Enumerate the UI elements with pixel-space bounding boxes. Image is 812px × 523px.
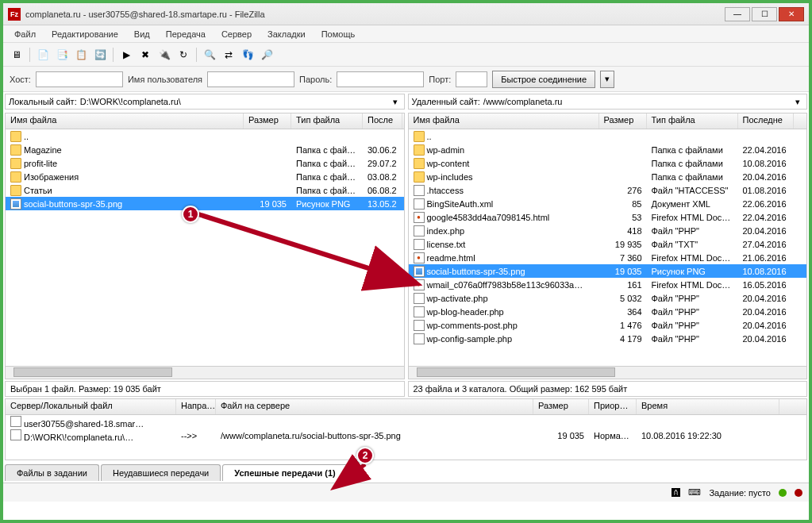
- menu-Вид[interactable]: Вид: [128, 28, 156, 40]
- column-header[interactable]: Размер: [599, 113, 647, 129]
- quickconnect-button[interactable]: Быстрое соединение: [492, 71, 595, 88]
- column-header[interactable]: Сервер/Локальный файл: [6, 399, 176, 414]
- refresh-icon[interactable]: 🔄: [91, 46, 109, 63]
- user-input[interactable]: [207, 71, 294, 87]
- queue-cell: 19 035: [533, 431, 589, 440]
- cell: Файл "PHP": [647, 307, 738, 317]
- file-row[interactable]: wp-adminПапка с файлами22.04.2016: [409, 143, 807, 156]
- quickconnect-dropdown[interactable]: ▾: [600, 71, 614, 88]
- file-row[interactable]: BingSiteAuth.xml85Документ XML22.06.2016: [409, 197, 807, 210]
- file-row[interactable]: profit-liteПапка с файл…29.07.2: [6, 156, 404, 170]
- cancel-icon[interactable]: ✖: [137, 46, 154, 63]
- maximize-button[interactable]: ☐: [752, 7, 777, 21]
- file-row[interactable]: wp-blog-header.php364Файл "PHP"20.04.201…: [409, 305, 807, 318]
- column-header[interactable]: Тип файла: [291, 113, 363, 129]
- column-header[interactable]: Размер: [533, 399, 589, 414]
- file-row[interactable]: wp-comments-post.php1 476Файл "PHP"20.04…: [409, 318, 807, 332]
- local-hscroll[interactable]: [6, 366, 404, 379]
- file-row[interactable]: ●google4583dd4aa7098145.html53Firefox HT…: [409, 210, 807, 224]
- local-list-header: Имя файлаРазмерТип файлаПосле: [6, 113, 404, 129]
- quickconnect-bar: Хост: Имя пользователя Пароль: Порт: Быс…: [3, 67, 809, 92]
- file-row[interactable]: index.php418Файл "PHP"20.04.2016: [409, 224, 807, 237]
- cell: 53: [599, 213, 647, 222]
- queue-cell: -->>: [176, 431, 216, 440]
- minimize-button[interactable]: —: [725, 7, 750, 21]
- menu-Файл[interactable]: Файл: [8, 28, 42, 40]
- menu-Помощь[interactable]: Помощь: [315, 28, 362, 40]
- toggle-tree-icon[interactable]: 📑: [53, 46, 71, 63]
- column-header[interactable]: Имя файла: [409, 113, 599, 129]
- file-name: wp-admin: [427, 145, 465, 155]
- cell: 06.08.2: [363, 186, 402, 195]
- menu-Сервер[interactable]: Сервер: [215, 28, 258, 40]
- column-header[interactable]: Имя файла: [6, 113, 244, 129]
- cell: Файл "PHP": [647, 334, 738, 344]
- file-row[interactable]: wp-activate.php5 032Файл "PHP"20.04.2016: [409, 291, 807, 305]
- column-header[interactable]: Файл на сервере: [216, 399, 533, 414]
- file-name: wp-comments-post.php: [427, 321, 518, 330]
- file-row[interactable]: ИзображенияПапка с файл…03.08.2: [6, 170, 404, 183]
- process-queue-icon[interactable]: ▶: [117, 46, 135, 63]
- column-header[interactable]: Размер: [244, 113, 291, 129]
- tab-2[interactable]: Успешные передачи (1): [222, 464, 347, 481]
- menu-Редактирование[interactable]: Редактирование: [45, 28, 125, 40]
- file-row[interactable]: social-buttons-spr-35.png19 035Рисунок P…: [409, 264, 807, 278]
- toggle-log-icon[interactable]: 📄: [34, 46, 52, 63]
- column-header[interactable]: Последне: [738, 113, 794, 129]
- tab-1[interactable]: Неудавшиеся передачи: [101, 464, 221, 481]
- file-name: ..: [24, 132, 29, 141]
- file-row[interactable]: license.txt19 935Файл "TXT"27.04.2016: [409, 237, 807, 251]
- column-header[interactable]: Время: [637, 399, 779, 414]
- menu-Передача[interactable]: Передача: [160, 28, 212, 40]
- pass-input[interactable]: [337, 71, 424, 87]
- port-input[interactable]: [456, 71, 487, 87]
- file-row[interactable]: MagazineПапка с файл…30.06.2: [6, 143, 404, 156]
- column-header[interactable]: Тип файла: [647, 113, 738, 129]
- queue-cell: /www/complaneta.ru/social-buttons-spr-35…: [216, 431, 533, 440]
- file-row[interactable]: ..: [6, 129, 404, 143]
- remote-file-list[interactable]: ..wp-adminПапка с файлами22.04.2016wp-co…: [409, 129, 807, 366]
- file-row[interactable]: ●readme.html7 360Firefox HTML Doc…21.06.…: [409, 251, 807, 264]
- file-row[interactable]: .htaccess276Файл "HTACCESS"01.08.2016: [409, 183, 807, 197]
- sync-icon[interactable]: 👣: [239, 46, 256, 63]
- cell: Firefox HTML Doc…: [647, 253, 738, 263]
- disconnect-icon[interactable]: 🔌: [156, 46, 173, 63]
- chevron-down-icon[interactable]: ▾: [792, 97, 803, 107]
- local-path-input[interactable]: [80, 94, 387, 109]
- remote-site-label: Удаленный сайт:: [412, 97, 480, 106]
- file-row[interactable]: social-buttons-spr-35.png19 035Рисунок P…: [6, 197, 404, 210]
- cell: 30.06.2: [363, 145, 402, 155]
- remote-site-bar: Удаленный сайт: ▾: [408, 94, 808, 110]
- search-icon[interactable]: 🔎: [258, 46, 275, 63]
- close-button[interactable]: ✕: [779, 7, 804, 21]
- remote-path-input[interactable]: [483, 94, 789, 109]
- file-row[interactable]: wp-includesПапка с файлами20.04.2016: [409, 170, 807, 183]
- menu-Закладки[interactable]: Закладки: [261, 28, 312, 40]
- column-header[interactable]: Приор…: [589, 399, 637, 414]
- queue-list[interactable]: user30755@shared-18.smar…D:\WORK\!compla…: [6, 415, 806, 460]
- file-name: .htaccess: [427, 186, 464, 195]
- file-row[interactable]: wp-contentПапка с файлами10.08.2016: [409, 156, 807, 170]
- host-input[interactable]: [36, 71, 123, 87]
- file-row[interactable]: wp-config-sample.php4 179Файл "PHP"20.04…: [409, 332, 807, 345]
- file-name: profit-lite: [24, 159, 57, 168]
- column-header[interactable]: Напра…: [176, 399, 216, 414]
- local-file-list[interactable]: ..MagazineПапка с файл…30.06.2profit-lit…: [6, 129, 404, 366]
- queue-row[interactable]: D:\WORK\!complaneta.ru\…-->>/www/complan…: [6, 429, 806, 442]
- compare-icon[interactable]: ⇄: [220, 46, 237, 63]
- queue-row[interactable]: user30755@shared-18.smar…: [6, 415, 806, 429]
- column-header[interactable]: После: [363, 113, 402, 129]
- tab-0[interactable]: Файлы в задании: [5, 464, 99, 481]
- file-row[interactable]: ●wmail_c076a0ff7983b58e113c96033a…161Fir…: [409, 278, 807, 291]
- file-row[interactable]: СтатьиПапка с файл…06.08.2: [6, 183, 404, 197]
- file-row[interactable]: ..: [409, 129, 807, 143]
- file-icon: [414, 333, 425, 344]
- chevron-down-icon[interactable]: ▾: [390, 97, 401, 107]
- toggle-queue-icon[interactable]: 📋: [72, 46, 90, 63]
- queue-cell: D:\WORK\!complaneta.ru\…: [6, 429, 176, 442]
- sitemanager-icon[interactable]: 🖥: [8, 46, 25, 63]
- remote-hscroll[interactable]: [409, 366, 807, 379]
- filter-icon[interactable]: 🔍: [201, 46, 218, 63]
- reconnect-icon[interactable]: ↻: [175, 46, 192, 63]
- cell: 27.04.2016: [738, 240, 794, 249]
